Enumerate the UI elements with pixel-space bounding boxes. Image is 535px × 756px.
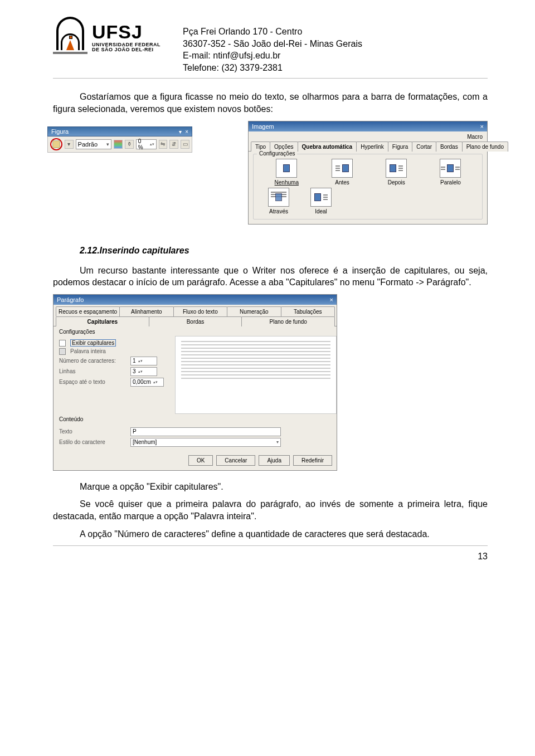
divider (53, 545, 488, 546)
arch-icon (53, 17, 87, 58)
close-icon[interactable]: × (185, 129, 188, 135)
redefinir-button[interactable]: Redefinir (293, 455, 332, 466)
page-number: 13 (53, 552, 488, 562)
num-caracteres-stepper[interactable]: 1 (130, 357, 157, 365)
paragraph: Um recurso bastante interessante que o W… (53, 265, 488, 289)
chevron-down-icon[interactable]: ▾ (179, 129, 182, 135)
tab-alinhamento[interactable]: Alinhamento (119, 306, 173, 316)
paragraph: Gostaríamos que a figura ficasse no meio… (53, 91, 488, 115)
palavra-inteira-label: Palavra inteira (70, 348, 137, 354)
anchor-button[interactable] (50, 138, 62, 150)
cancelar-button[interactable]: Cancelar (216, 455, 255, 466)
wrap-option-depois[interactable]: Depois (386, 159, 407, 186)
dialog-title: Parágrafo (57, 296, 84, 303)
section-title: 2.12.Inserindo capitulares (80, 246, 488, 256)
linhas-stepper[interactable]: 3 (130, 367, 157, 376)
properties-button[interactable]: ▭ (181, 140, 189, 149)
fieldset-label: Configurações (257, 150, 297, 157)
num-caracteres-label: Número de caracteres: (59, 358, 126, 364)
logo-sub2: DE SÃO JOÃO DEL-REI (92, 47, 160, 52)
exibir-capitulares-checkbox[interactable] (59, 340, 66, 347)
texto-label: Texto (59, 428, 126, 435)
contact-line: Pça Frei Orlando 170 - Centro (183, 26, 488, 38)
imagem-dialog-screenshot: Imagem × Macro Tipo Opções Quebra automá… (248, 121, 488, 225)
ajuda-button[interactable]: Ajuda (259, 455, 290, 466)
contact-line: 36307-352 - São João del-Rei - Minas Ger… (183, 38, 488, 50)
paragraph: Se você quiser que a primeira palavra do… (53, 498, 488, 522)
exibir-capitulares-label: Exibir capitulares (70, 339, 116, 347)
wrap-option-nenhuma[interactable]: Nenhuma (275, 159, 299, 186)
contact-block: Pça Frei Orlando 170 - Centro 36307-352 … (183, 17, 488, 74)
paragraph: A opção "Número de caracteres" define a … (53, 528, 488, 540)
paragraph: Marque a opção "Exibir capitulares". (53, 481, 488, 493)
contact-line: E-mail: ntinf@ufsj.edu.br (183, 50, 488, 62)
espaco-label: Espaço até o texto (59, 379, 126, 385)
tab-capitulares[interactable]: Capitulares (56, 316, 149, 326)
ok-button[interactable]: OK (188, 455, 213, 466)
figura-toolbar-screenshot: Figura ▾× ▾ Padrão ⚱ 0 % ⇋ ⇵ ▭ (47, 126, 192, 153)
wrap-option-atraves[interactable]: Através (268, 188, 289, 214)
tab-cortar[interactable]: Cortar (412, 142, 436, 152)
tab-quebra-automatica[interactable]: Quebra automática (298, 142, 357, 152)
tab-bordas[interactable]: Bordas (436, 142, 463, 152)
espaco-stepper[interactable]: 0,00cm (130, 378, 164, 387)
dropdown-button[interactable]: ▾ (65, 140, 74, 149)
transparency-icon: ⚱ (125, 140, 134, 149)
tab-fluxo[interactable]: Fluxo do texto (173, 306, 227, 316)
tab-recuos[interactable]: Recuos e espaçamento (56, 306, 120, 316)
logo-name: UFSJ (92, 22, 160, 42)
macro-label[interactable]: Macro (467, 134, 483, 140)
group-conteudo: Conteúdo (59, 416, 337, 422)
zoom-stepper[interactable]: 0 % (136, 139, 157, 149)
preview-pane (175, 336, 337, 414)
image-icon (52, 140, 60, 148)
page-header: UFSJ UNIVERSIDADE FEDERAL DE SÃO JOÃO DE… (53, 17, 488, 74)
tab-figura[interactable]: Figura (388, 142, 412, 152)
toolbar-title: Figura (51, 128, 69, 135)
style-select[interactable]: Padrão (76, 139, 111, 149)
palavra-inteira-checkbox[interactable] (59, 348, 66, 355)
tab-tabulacoes[interactable]: Tabulações (281, 306, 335, 316)
tab-hyperlink[interactable]: Hyperlink (356, 142, 388, 152)
close-icon[interactable]: × (480, 123, 484, 130)
group-configuracoes: Configurações (59, 329, 337, 335)
ufsj-logo: UFSJ UNIVERSIDADE FEDERAL DE SÃO JOÃO DE… (53, 17, 160, 58)
wrap-option-paralelo[interactable]: Paralelo (440, 159, 461, 186)
flip-h-button[interactable]: ⇋ (159, 140, 168, 149)
color-button[interactable] (114, 140, 123, 149)
tab-bordas[interactable]: Bordas (149, 316, 242, 326)
close-icon[interactable]: × (330, 296, 333, 303)
tab-bar: Tipo Opções Quebra automática Hyperlink … (249, 140, 487, 152)
wrap-option-antes[interactable]: Antes (332, 159, 353, 186)
dialog-title: Imagem (252, 123, 274, 130)
linhas-label: Linhas (59, 368, 126, 374)
paragrafo-dialog-screenshot: Parágrafo × Recuos e espaçamento Alinham… (53, 294, 337, 471)
tab-plano-fundo[interactable]: Plano de fundo (241, 316, 335, 326)
divider (53, 78, 488, 79)
wrap-option-ideal[interactable]: Ideal (310, 188, 332, 214)
contact-line: Telefone: (32) 3379-2381 (183, 62, 488, 74)
estilo-select[interactable]: [Nenhum] (130, 438, 281, 447)
tab-plano-de-fundo[interactable]: Plano de fundo (462, 142, 508, 152)
flip-v-button[interactable]: ⇵ (169, 140, 178, 149)
texto-input[interactable]: P (130, 427, 281, 436)
estilo-label: Estilo do caractere (59, 439, 126, 445)
tab-numeracao[interactable]: Numeração (227, 306, 281, 316)
